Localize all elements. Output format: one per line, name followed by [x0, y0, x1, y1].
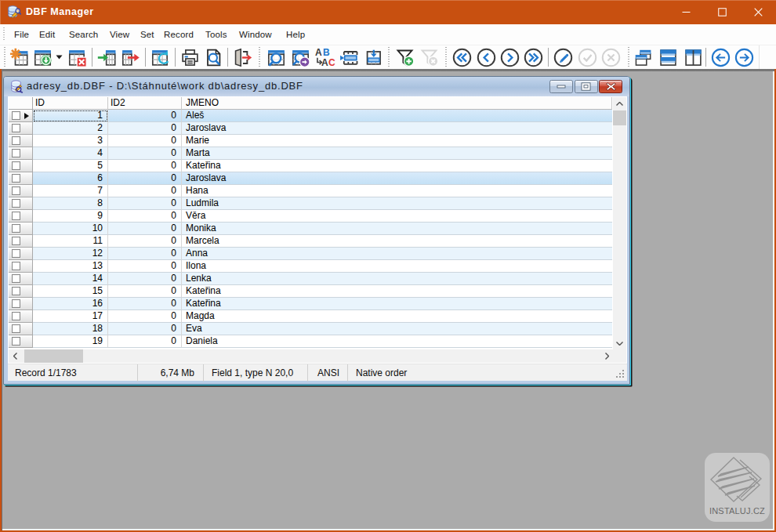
- cell-id[interactable]: 8: [33, 197, 108, 210]
- toolbar-gripper[interactable]: [628, 47, 629, 67]
- toolbar-gripper[interactable]: [4, 47, 5, 67]
- cell-id[interactable]: 5: [33, 160, 108, 172]
- menu-tools[interactable]: Tools: [199, 24, 234, 45]
- horizontal-scrollbar[interactable]: [9, 349, 613, 363]
- close-table-icon[interactable]: [67, 48, 87, 67]
- cell-id[interactable]: 9: [33, 210, 108, 223]
- cell-id2[interactable]: 0: [108, 197, 182, 210]
- row-indicator-cell[interactable]: [9, 335, 33, 348]
- cell-jmeno[interactable]: Monika: [182, 223, 612, 235]
- cell-id2[interactable]: 0: [108, 248, 182, 260]
- scroll-right-arrow-icon[interactable]: [600, 349, 613, 363]
- menu-search[interactable]: Search: [63, 24, 104, 45]
- cell-jmeno[interactable]: Eva: [182, 323, 612, 335]
- horizontal-scroll-thumb[interactable]: [24, 349, 83, 363]
- menu-record[interactable]: Record: [158, 24, 200, 45]
- cell-id[interactable]: 7: [33, 185, 108, 197]
- import-icon[interactable]: [97, 48, 117, 67]
- row-indicator-cell[interactable]: [9, 122, 33, 135]
- table-row[interactable]: 120Anna: [9, 248, 612, 260]
- column-header-id2[interactable]: ID2: [108, 97, 182, 110]
- scroll-down-arrow-icon[interactable]: [613, 337, 626, 349]
- row-checkbox[interactable]: [12, 186, 20, 195]
- row-indicator-cell[interactable]: [9, 210, 33, 223]
- row-indicator-cell[interactable]: [9, 197, 33, 210]
- row-indicator-cell[interactable]: [9, 248, 33, 260]
- row-checkbox[interactable]: [12, 249, 20, 258]
- table-row[interactable]: 100Monika: [9, 223, 612, 235]
- last-record-icon[interactable]: [524, 48, 543, 67]
- doc-close-button[interactable]: [599, 80, 622, 93]
- table-row[interactable]: 30Marie: [9, 135, 612, 147]
- new-table-icon[interactable]: [9, 48, 29, 67]
- cell-id[interactable]: 14: [33, 273, 108, 285]
- table-row[interactable]: 130Ilona: [9, 260, 612, 273]
- row-checkbox[interactable]: [12, 299, 20, 308]
- back-icon[interactable]: [711, 48, 731, 67]
- cell-id2[interactable]: 0: [108, 335, 182, 348]
- export-icon[interactable]: [121, 48, 140, 67]
- exit-icon[interactable]: [233, 48, 252, 67]
- cell-jmeno[interactable]: Ludmila: [182, 197, 612, 210]
- cell-jmeno[interactable]: Marcela: [182, 235, 612, 248]
- cell-id[interactable]: 16: [33, 298, 108, 310]
- cell-id2[interactable]: 0: [108, 135, 182, 147]
- cell-jmeno[interactable]: Jaroslava: [182, 122, 612, 135]
- row-indicator-cell[interactable]: [9, 285, 33, 298]
- cell-id2[interactable]: 0: [108, 285, 182, 298]
- cell-id[interactable]: 11: [33, 235, 108, 248]
- table-row[interactable]: 10Aleš: [9, 110, 612, 122]
- cell-id[interactable]: 2: [33, 122, 108, 135]
- row-checkbox[interactable]: [12, 124, 20, 132]
- cell-id2[interactable]: 0: [108, 260, 182, 273]
- goto-record-icon[interactable]: [339, 48, 359, 67]
- next-record-icon[interactable]: [500, 48, 520, 67]
- cell-id2[interactable]: 0: [108, 310, 182, 323]
- cell-id2[interactable]: 0: [108, 160, 182, 172]
- row-indicator-cell[interactable]: [9, 298, 33, 310]
- replace-icon[interactable]: ABAC: [315, 48, 335, 67]
- cell-id2[interactable]: 0: [108, 298, 182, 310]
- cell-jmeno[interactable]: Ilona: [182, 260, 612, 273]
- cell-jmeno[interactable]: Kateřina: [182, 298, 612, 310]
- row-indicator-cell[interactable]: [9, 185, 33, 197]
- tile-vertical-icon[interactable]: [684, 48, 703, 67]
- maximize-button[interactable]: [704, 0, 740, 24]
- find-icon[interactable]: [267, 48, 286, 67]
- table-row[interactable]: 80Ludmila: [9, 197, 612, 210]
- vertical-scrollbar[interactable]: [613, 97, 626, 349]
- table-row[interactable]: 20Jaroslava: [9, 122, 612, 135]
- row-checkbox[interactable]: [12, 149, 20, 157]
- row-indicator-cell[interactable]: [9, 235, 33, 248]
- row-indicator-cell[interactable]: [9, 172, 33, 185]
- table-row[interactable]: 60Jaroslava: [9, 172, 612, 185]
- prior-record-icon[interactable]: [477, 48, 496, 67]
- row-checkbox[interactable]: [12, 174, 20, 183]
- cell-jmeno[interactable]: Jaroslava: [182, 172, 612, 185]
- forward-icon[interactable]: [734, 48, 754, 67]
- cascade-windows-icon[interactable]: [633, 48, 653, 67]
- scroll-up-arrow-icon[interactable]: [613, 97, 626, 110]
- table-row[interactable]: 110Marcela: [9, 235, 612, 248]
- cell-jmeno[interactable]: Magda: [182, 310, 612, 323]
- toolbar-gripper[interactable]: [259, 47, 260, 67]
- cell-id2[interactable]: 0: [108, 235, 182, 248]
- scroll-left-arrow-icon[interactable]: [9, 349, 21, 363]
- cell-id[interactable]: 4: [33, 147, 108, 160]
- vertical-scroll-thumb[interactable]: [613, 110, 626, 125]
- row-indicator-cell[interactable]: [9, 323, 33, 335]
- cell-jmeno[interactable]: Lenka: [182, 273, 612, 285]
- cell-jmeno[interactable]: Kateřina: [182, 285, 612, 298]
- row-indicator-cell[interactable]: [9, 110, 33, 122]
- cell-jmeno[interactable]: Marie: [182, 135, 612, 147]
- menu-set[interactable]: Set: [134, 24, 161, 45]
- resize-grip-icon[interactable]: [615, 369, 625, 378]
- table-row[interactable]: 160Kateřina: [9, 298, 612, 310]
- cell-id[interactable]: 17: [33, 310, 108, 323]
- set-filter-icon[interactable]: [395, 48, 415, 67]
- row-indicator-cell[interactable]: [9, 160, 33, 172]
- row-checkbox[interactable]: [12, 212, 20, 220]
- close-button[interactable]: [740, 0, 776, 24]
- row-checkbox[interactable]: [12, 262, 20, 270]
- toolbar-gripper[interactable]: [388, 47, 390, 67]
